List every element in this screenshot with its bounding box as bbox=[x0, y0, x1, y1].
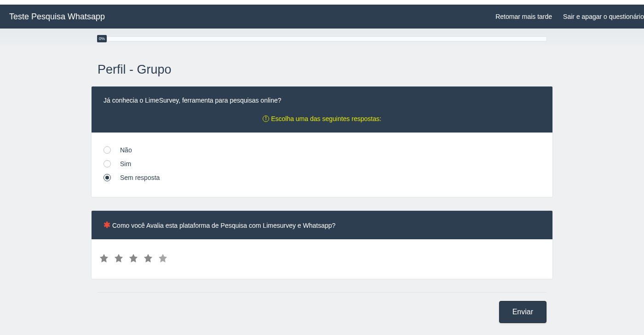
question-body-1: Não Sim Sem resposta bbox=[92, 133, 552, 197]
question-help-text-1: Escolha uma das seguintes respostas: bbox=[271, 115, 381, 122]
radio-icon bbox=[104, 160, 111, 168]
radio-icon bbox=[104, 146, 111, 154]
navbar-right: Retomar mais tarde Sair e apagar o quest… bbox=[495, 13, 644, 20]
question-header-1: Já conhecia o LimeSurvey, ferramenta par… bbox=[92, 87, 552, 133]
radio-label-no: Não bbox=[120, 146, 132, 154]
question-header-2: ✱Como você Avalia esta plataforma de Pes… bbox=[92, 211, 552, 239]
radio-label-yes: Sim bbox=[120, 160, 131, 168]
survey-title[interactable]: Teste Pesquisa Whatsapp bbox=[9, 12, 105, 22]
question-card-2: ✱Como você Avalia esta plataforma de Pes… bbox=[91, 210, 553, 279]
question-body-2 bbox=[92, 239, 552, 279]
progress-section: 0% bbox=[0, 29, 644, 49]
question-card-1: Já conhecia o LimeSurvey, ferramenta par… bbox=[91, 86, 553, 197]
question-text-1: Já conhecia o LimeSurvey, ferramenta par… bbox=[104, 97, 540, 104]
footer-area: Enviar bbox=[98, 292, 546, 323]
star-icon-2[interactable] bbox=[114, 253, 124, 263]
radio-label-noanswer: Sem resposta bbox=[120, 174, 160, 181]
question-help-1: ! Escolha uma das seguintes respostas: bbox=[104, 115, 540, 122]
radio-option-yes[interactable]: Sim bbox=[104, 160, 540, 168]
progress-percent-badge: 0% bbox=[97, 35, 107, 42]
submit-button[interactable]: Enviar bbox=[499, 301, 546, 323]
radio-icon-selected bbox=[104, 174, 111, 181]
required-asterisk-icon: ✱ bbox=[104, 220, 110, 230]
star-icon-1[interactable] bbox=[99, 253, 109, 263]
navbar: Teste Pesquisa Whatsapp Retomar mais tar… bbox=[0, 5, 644, 29]
star-icon-3[interactable] bbox=[128, 253, 138, 263]
radio-option-no[interactable]: Não bbox=[104, 146, 540, 154]
star-icon-5[interactable] bbox=[158, 253, 168, 263]
resume-later-link[interactable]: Retomar mais tarde bbox=[495, 13, 552, 20]
question-text-2: Como você Avalia esta plataforma de Pesq… bbox=[112, 222, 335, 229]
star-icon-4[interactable] bbox=[143, 253, 153, 263]
info-icon: ! bbox=[263, 116, 269, 122]
progress-bar bbox=[107, 36, 547, 41]
radio-option-noanswer[interactable]: Sem resposta bbox=[104, 174, 540, 181]
star-rating bbox=[99, 253, 545, 263]
group-title: Perfil - Grupo bbox=[98, 63, 553, 77]
exit-clear-link[interactable]: Sair e apagar o questionário bbox=[563, 13, 644, 20]
